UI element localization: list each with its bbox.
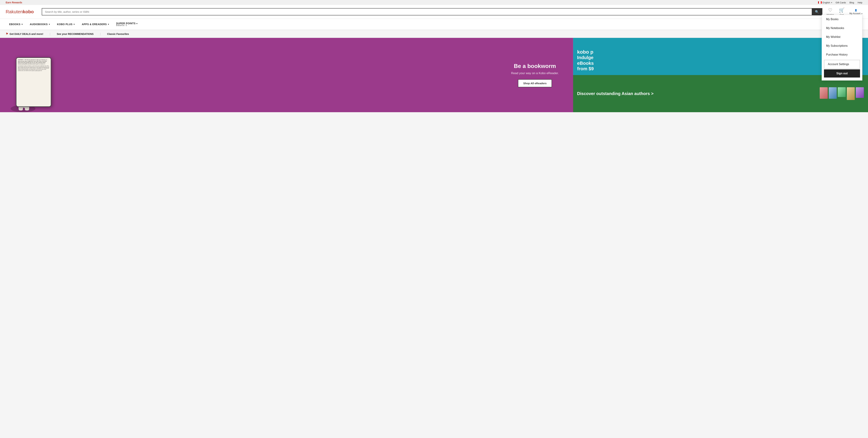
ereader-device: CHAPTER 9 · 1 OF 19 It was pleasant to w… xyxy=(16,57,51,107)
shop-all-ereaders-button[interactable]: Shop All eReaders xyxy=(518,79,552,87)
nav-audiobooks-label: AUDIOBOOKS xyxy=(30,23,48,26)
my-wishlist-link[interactable]: My Wishlist xyxy=(822,33,862,41)
heart-icon: ♡ xyxy=(828,7,832,13)
daily-deals-label: Get DAILY DEALS and more! xyxy=(9,33,43,35)
purchase-history-link[interactable]: Purchase History xyxy=(822,50,862,59)
nav-ebooks-chevron-icon: ▾ xyxy=(22,23,23,26)
asian-authors-promo[interactable]: Discover outstanding Asian authors > xyxy=(573,75,868,112)
my-account-button[interactable]: 👤 My Account ▴ xyxy=(849,9,862,15)
hero-subtext: Read your way on a Kobo eReader. xyxy=(511,71,559,75)
help-link[interactable]: Help xyxy=(858,1,862,4)
earn-rewards-link[interactable]: Earn Rewards xyxy=(6,1,22,4)
search-input[interactable] xyxy=(42,8,812,15)
book-thumb-3 xyxy=(838,87,846,97)
kobo-promo-logo: kobo p xyxy=(577,49,864,55)
search-button[interactable]: 🔍 xyxy=(812,8,822,15)
canada-flag-icon xyxy=(818,1,822,4)
kobo-promo-text: Indulge eBooks from $9 xyxy=(577,55,864,71)
book-thumb-2 xyxy=(829,87,837,99)
recommendations-link[interactable]: See your RECOMMENDATIONS xyxy=(57,33,100,35)
nav-super-points[interactable]: SUPER POINTS ▾ Balance: 0 xyxy=(113,19,141,30)
account-settings-link[interactable]: Account Settings xyxy=(824,60,860,69)
ereader-mockup: CHAPTER 9 · 1 OF 19 It was pleasant to w… xyxy=(10,47,60,112)
book-thumb-5 xyxy=(856,87,864,98)
language-selector[interactable]: English ▾ xyxy=(818,1,832,4)
account-chevron-icon: ▴ xyxy=(862,12,862,14)
promo-bar: ⚑ Get DAILY DEALS and more! | See your R… xyxy=(0,30,868,38)
nav-audiobooks[interactable]: AUDIOBOOKS ▾ xyxy=(26,20,54,29)
recommendations-label: See your RECOMMENDATIONS xyxy=(57,33,94,35)
user-icon: 👤 xyxy=(855,9,857,11)
nav-ebooks[interactable]: eBOOKS ▾ xyxy=(6,20,26,29)
logo-kobo: kobo xyxy=(23,9,34,14)
my-notebooks-link[interactable]: My Notebooks xyxy=(822,24,862,33)
top-bar: Earn Rewards English ▾ Gift Cards Blog H… xyxy=(0,0,868,5)
ereader-chapter: CHAPTER 9 · 1 OF 19 It was pleasant to w… xyxy=(18,59,49,65)
hero-banner: CHAPTER 9 · 1 OF 19 It was pleasant to w… xyxy=(0,38,573,112)
nav-kobo-plus-chevron-icon: ▾ xyxy=(73,23,75,26)
asian-authors-headline: Discover outstanding Asian authors > xyxy=(577,91,817,96)
flag-icon: ⚑ xyxy=(6,32,8,35)
book-thumbnails xyxy=(820,87,864,100)
top-bar-right: English ▾ Gift Cards Blog Help xyxy=(818,1,862,4)
nav-ebooks-label: eBOOKS xyxy=(9,23,21,26)
logo-rakuten: Rakuten xyxy=(6,9,23,14)
promo-divider-1: | xyxy=(50,32,57,35)
account-dropdown: My Books My Notebooks My Wishlist My Sub… xyxy=(822,15,862,81)
language-label: English xyxy=(823,1,830,4)
my-books-link[interactable]: My Books xyxy=(822,15,862,24)
logo[interactable]: Rakuten kobo xyxy=(6,9,37,14)
nav-apps-ereaders-label: APPS & eREADERS xyxy=(82,23,107,26)
nav-kobo-plus-label: KOBO PLUS xyxy=(57,23,72,26)
nav-bar: eBOOKS ▾ AUDIOBOOKS ▾ KOBO PLUS ▾ APPS &… xyxy=(0,19,868,30)
nav-kobo-plus[interactable]: KOBO PLUS ▾ xyxy=(54,20,78,29)
search-bar: 🔍 xyxy=(42,8,823,16)
my-subscriptions-link[interactable]: My Subscriptions xyxy=(822,41,862,50)
header: Rakuten kobo 🔍 ♡ Wishlist 🛒 Cart 👤 My Ac… xyxy=(0,5,868,19)
promo-divider-2: | xyxy=(100,32,107,35)
nav-apps-ereaders[interactable]: APPS & eREADERS ▾ xyxy=(78,20,113,29)
my-account-label: My Account xyxy=(849,12,860,15)
nav-apps-ereaders-chevron-icon: ▾ xyxy=(108,23,109,26)
classic-favourites-label: Classic Favourites xyxy=(107,33,129,35)
main-content: CHAPTER 9 · 1 OF 19 It was pleasant to w… xyxy=(0,38,868,112)
search-icon: 🔍 xyxy=(815,10,819,13)
daily-deals-link[interactable]: ⚑ Get DAILY DEALS and more! xyxy=(6,32,50,35)
book-thumb-1 xyxy=(820,87,828,99)
hero-headline: Be a bookworm xyxy=(511,63,559,69)
classic-favourites-link[interactable]: Classic Favourites xyxy=(107,33,135,35)
blog-link[interactable]: Blog xyxy=(849,1,854,4)
header-actions: ♡ Wishlist 🛒 Cart 👤 My Account ▴ My Book… xyxy=(827,7,862,16)
sign-out-button[interactable]: Sign out xyxy=(824,69,860,78)
book-thumb-4 xyxy=(847,87,855,100)
nav-super-points-chevron-icon: ▾ xyxy=(136,23,137,25)
hero-text-block: Be a bookworm Read your way on a Kobo eR… xyxy=(511,63,559,87)
my-account-row: My Account ▴ xyxy=(849,12,862,15)
my-account-wrapper: 👤 My Account ▴ My Books My Notebooks My … xyxy=(849,9,862,15)
nav-audiobooks-chevron-icon: ▾ xyxy=(49,23,50,26)
cart-icon: 🛒 xyxy=(839,7,844,13)
gift-cards-link[interactable]: Gift Cards xyxy=(836,1,846,4)
ereader-screen: CHAPTER 9 · 1 OF 19 It was pleasant to w… xyxy=(17,58,51,106)
language-chevron-icon: ▾ xyxy=(831,2,832,3)
